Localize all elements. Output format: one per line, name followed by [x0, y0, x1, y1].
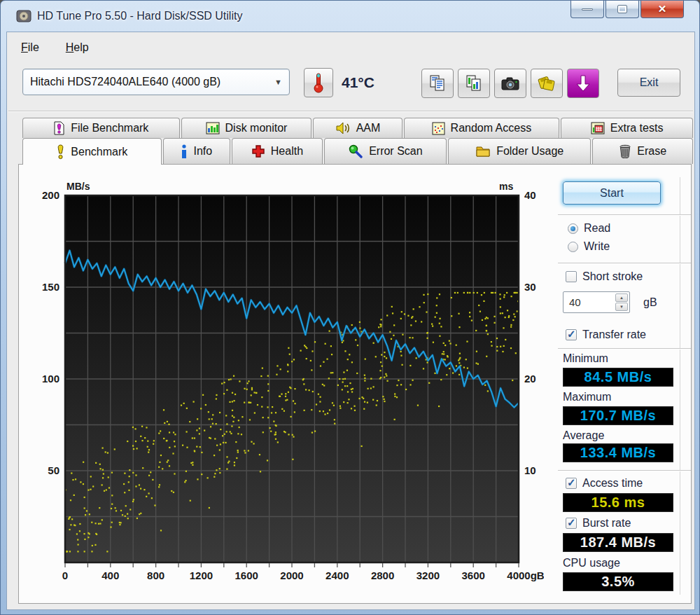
tab-label: AAM [356, 122, 381, 134]
tab-label: Info [193, 145, 212, 158]
separator [558, 470, 691, 471]
menu-help[interactable]: Help [59, 39, 96, 56]
thermometer-icon [312, 72, 325, 93]
menu-bar: File Help [14, 39, 96, 56]
tab-erase[interactable]: Erase [592, 138, 693, 164]
short-stroke-size-input[interactable]: 40 ▲ ▼ [563, 291, 630, 313]
spin-up-icon[interactable]: ▲ [615, 293, 628, 302]
title-bar[interactable]: HD Tune Pro 5.50 - Hard Disk/SSD Utility… [1, 1, 699, 32]
close-icon: ✕ [658, 3, 667, 15]
menu-file[interactable]: File [14, 39, 46, 56]
minimize-icon [582, 8, 593, 11]
burst-rate-value-display: 187.4 MB/s [563, 533, 673, 552]
tab-row-primary: Benchmark Info Health [22, 138, 694, 165]
tab-label: Folder Usage [496, 145, 564, 158]
toolbar-separator [8, 111, 693, 112]
svg-text:1600: 1600 [235, 569, 258, 581]
tab-info[interactable]: Info [163, 138, 230, 164]
maximum-value: 170.7 MB/s [580, 408, 656, 424]
tab-benchmark[interactable]: Benchmark [22, 138, 162, 165]
tab-label: Erase [637, 145, 666, 158]
svg-text:100: 100 [42, 373, 59, 385]
tab-label: Health [271, 145, 303, 158]
svg-text:2000: 2000 [280, 569, 303, 581]
tab-label: File Benchmark [71, 122, 148, 134]
tab-health[interactable]: Health [232, 138, 323, 164]
copy-text-button[interactable] [421, 69, 454, 98]
transfer-rate-checkbox[interactable]: Transfer rate [566, 329, 646, 341]
average-label: Average [563, 429, 604, 442]
svg-text:10: 10 [524, 464, 536, 476]
benchmark-chart: MB/sms2001501005040302010040080012001600… [37, 177, 544, 586]
benchmark-panel: MB/sms2001501005040302010040080012001600… [18, 164, 692, 604]
random-access-icon [432, 122, 445, 135]
checkbox-icon [566, 271, 577, 282]
download-arrow-icon [575, 74, 592, 92]
average-value-display: 133.4 MB/s [563, 443, 673, 462]
tab-label: Extra tests [610, 122, 664, 134]
cpu-usage-label: CPU usage [563, 557, 620, 569]
separator [558, 348, 691, 350]
file-benchmark-icon [53, 121, 65, 135]
saved-results-button[interactable] [531, 69, 563, 98]
camera-icon [500, 76, 520, 91]
tab-label: Disk monitor [225, 122, 288, 134]
temperature-button[interactable] [304, 68, 333, 97]
drive-selector[interactable]: Hitachi HDS724040ALE640 (4000 gB) ▼ [22, 69, 290, 95]
svg-text:1200: 1200 [190, 569, 213, 581]
info-icon [181, 144, 188, 158]
access-time-checkbox[interactable]: Access time [566, 477, 643, 490]
tab-row-secondary: File Benchmark Disk monitor AAM [22, 118, 694, 138]
app-window: HD Tune Pro 5.50 - Hard Disk/SSD Utility… [0, 0, 700, 615]
maximize-button[interactable] [606, 1, 639, 18]
read-radio[interactable]: Read [568, 222, 610, 235]
exit-button[interactable]: Exit [617, 69, 680, 97]
spin-down-icon[interactable]: ▼ [615, 303, 628, 311]
copy-image-button[interactable] [458, 69, 490, 98]
extra-tests-icon [591, 122, 605, 134]
svg-text:150: 150 [42, 281, 59, 293]
tab-extra-tests[interactable]: Extra tests [561, 118, 693, 138]
checkbox-icon [566, 329, 577, 340]
svg-text:ms: ms [499, 181, 513, 192]
burst-rate-value: 187.4 MB/s [580, 534, 656, 551]
tab-aam[interactable]: AAM [313, 118, 402, 138]
save-disks-icon [537, 74, 556, 92]
maximum-label: Maximum [563, 391, 611, 403]
svg-text:2400: 2400 [326, 569, 349, 581]
burst-rate-checkbox[interactable]: Burst rate [566, 517, 631, 530]
svg-text:3200: 3200 [416, 569, 440, 581]
tab-label: Random Access [451, 122, 532, 134]
tab-error-scan[interactable]: Error Scan [324, 138, 447, 164]
copy-text-icon [428, 74, 447, 92]
short-stroke-value: 40 [569, 296, 581, 308]
write-radio[interactable]: Write [568, 240, 610, 253]
minimize-button[interactable] [570, 1, 604, 18]
tab-label: Error Scan [369, 145, 422, 158]
health-cross-icon [251, 144, 265, 158]
svg-text:30: 30 [524, 281, 536, 293]
save-button[interactable] [567, 69, 599, 98]
svg-text:200: 200 [42, 189, 59, 201]
tab-disk-monitor[interactable]: Disk monitor [181, 118, 312, 138]
svg-text:20: 20 [524, 373, 536, 385]
cpu-usage-value: 3.5% [601, 574, 635, 590]
close-button[interactable]: ✕ [640, 1, 684, 18]
tab-file-benchmark[interactable]: File Benchmark [22, 118, 180, 138]
start-button[interactable]: Start [563, 181, 661, 205]
app-disk-icon [16, 9, 31, 23]
tab-folder-usage[interactable]: Folder Usage [448, 138, 592, 164]
svg-text:0: 0 [62, 569, 68, 581]
svg-text:50: 50 [48, 464, 59, 476]
short-stroke-checkbox[interactable]: Short stroke [566, 270, 643, 283]
tab-random-access[interactable]: Random Access [404, 118, 560, 138]
drive-selector-value: Hitachi HDS724040ALE640 (4000 gB) [30, 76, 220, 88]
disk-monitor-icon [206, 122, 220, 134]
minimum-label: Minimum [563, 352, 608, 365]
svg-text:2800: 2800 [371, 569, 394, 581]
chevron-down-icon: ▼ [274, 78, 282, 86]
client-area: File Help Hitachi HDS724040ALE640 (4000 … [6, 32, 695, 610]
svg-text:MB/s: MB/s [66, 181, 90, 192]
short-stroke-unit: gB [643, 296, 657, 309]
screenshot-button[interactable] [494, 69, 526, 98]
